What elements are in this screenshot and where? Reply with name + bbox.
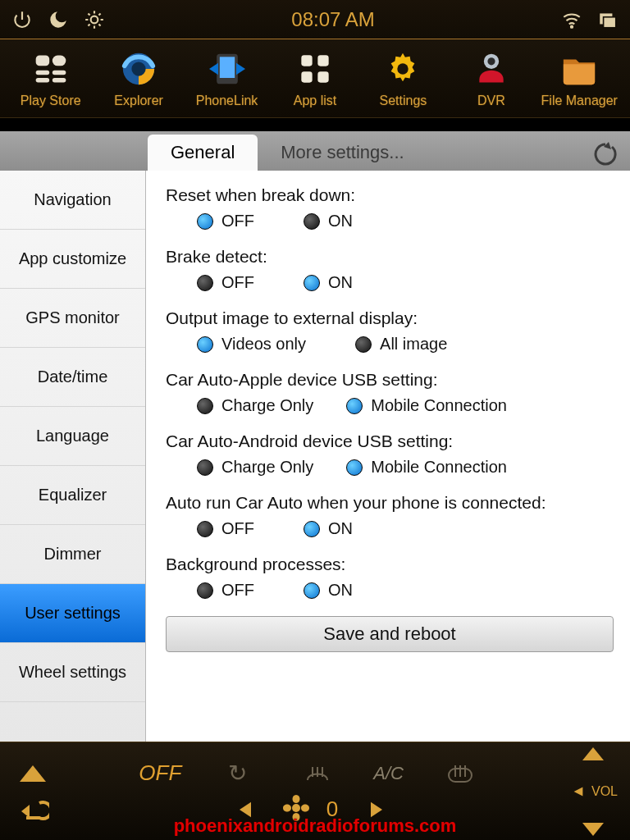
- setting-group: Background processes:OFFON: [166, 555, 614, 600]
- app-dvr[interactable]: DVR: [448, 49, 535, 108]
- setting-label: Auto run Car Auto when your phone is con…: [166, 493, 614, 513]
- sidebar-item-user-settings[interactable]: User settings: [0, 584, 145, 643]
- svg-rect-5: [52, 55, 66, 66]
- radio-option[interactable]: ON: [304, 519, 353, 538]
- radio-icon: [355, 336, 372, 353]
- radio-option[interactable]: All image: [355, 335, 447, 354]
- globe-icon: [119, 49, 158, 89]
- svg-rect-16: [301, 71, 312, 82]
- setting-label: Car Auto-Android device USB setting:: [166, 431, 614, 451]
- hvac-ac-label[interactable]: A/C: [373, 763, 404, 784]
- setting-group: Car Auto-Android device USB setting:Char…: [166, 431, 614, 477]
- radio-option[interactable]: OFF: [197, 212, 254, 231]
- setting-group: Reset when break down:OFFON: [166, 185, 614, 231]
- defrost-rear-icon[interactable]: [437, 757, 483, 790]
- wifi-icon[interactable]: [561, 9, 582, 30]
- radio-icon: [346, 459, 363, 476]
- svg-rect-15: [317, 55, 328, 66]
- sidebar-item-dimmer[interactable]: Dimmer: [0, 525, 145, 584]
- app-label: File Manager: [541, 94, 618, 108]
- option-row: OFFON: [166, 212, 614, 231]
- radio-option[interactable]: Mobile Connection: [346, 396, 507, 415]
- radio-icon: [197, 213, 213, 230]
- option-label: Mobile Connection: [371, 396, 507, 415]
- setting-group: Output image to external display:Videos …: [166, 308, 614, 354]
- radio-option[interactable]: ON: [304, 581, 353, 600]
- svg-point-22: [292, 804, 300, 812]
- sidebar-item-gps-monitor[interactable]: GPS monitor: [0, 289, 145, 348]
- radio-icon: [197, 275, 213, 291]
- mute-button[interactable]: [568, 775, 588, 808]
- vol-up-button[interactable]: [570, 737, 616, 770]
- night-icon[interactable]: [48, 9, 69, 30]
- power-icon[interactable]: [11, 9, 33, 30]
- save-reboot-button[interactable]: Save and reboot: [166, 616, 614, 652]
- svg-rect-14: [301, 55, 312, 66]
- option-label: Videos only: [221, 335, 306, 354]
- recirculate-icon[interactable]: ↻: [215, 757, 261, 790]
- option-label: OFF: [221, 519, 254, 538]
- option-label: Charge Only: [221, 396, 313, 415]
- app-label: Settings: [379, 94, 427, 108]
- setting-label: Reset when break down:: [166, 185, 614, 205]
- option-label: Charge Only: [221, 458, 313, 477]
- back-button[interactable]: [582, 138, 622, 171]
- app-app-list[interactable]: App list: [272, 49, 358, 108]
- sidebar-item-equalizer[interactable]: Equalizer: [0, 466, 145, 525]
- app-label: Play Store: [21, 94, 81, 108]
- sidebar-item-language[interactable]: Language: [0, 407, 145, 466]
- sidebar-item-app-customize[interactable]: App customize: [0, 230, 145, 289]
- home-button[interactable]: [10, 756, 56, 789]
- radio-option[interactable]: OFF: [197, 519, 254, 538]
- radio-option[interactable]: OFF: [197, 581, 254, 600]
- settings-content: Reset when break down:OFFONBrake detect:…: [146, 171, 630, 742]
- playstore-icon: [31, 49, 71, 89]
- apps-icon[interactable]: [597, 9, 619, 30]
- svg-rect-9: [52, 78, 66, 83]
- radio-option[interactable]: Mobile Connection: [346, 458, 507, 477]
- radio-icon: [197, 398, 213, 414]
- radio-option[interactable]: ON: [304, 212, 353, 231]
- option-row: Videos onlyAll image: [166, 335, 614, 354]
- vol-label: VOL: [591, 784, 618, 799]
- radio-icon: [197, 336, 213, 353]
- tab-more-settings[interactable]: More settings...: [258, 135, 427, 171]
- app-explorer[interactable]: Explorer: [95, 49, 182, 108]
- svg-rect-7: [52, 70, 66, 75]
- brightness-icon[interactable]: [84, 9, 105, 30]
- tab-bar: General More settings...: [0, 131, 630, 171]
- defrost-front-icon[interactable]: [294, 757, 340, 790]
- settings-window: General More settings... NavigationApp c…: [0, 131, 630, 742]
- sidebar-item-wheel-settings[interactable]: Wheel settings: [0, 643, 145, 702]
- option-label: ON: [328, 581, 353, 600]
- option-label: OFF: [221, 581, 254, 600]
- radio-icon: [304, 582, 320, 599]
- radio-option[interactable]: ON: [304, 273, 353, 292]
- option-label: ON: [328, 273, 353, 292]
- radio-option[interactable]: Videos only: [197, 335, 306, 354]
- tab-general[interactable]: General: [148, 135, 258, 171]
- radio-option[interactable]: Charge Only: [197, 396, 313, 415]
- gear-icon: [383, 49, 422, 89]
- setting-group: Brake detect:OFFON: [166, 247, 614, 292]
- radio-icon: [304, 213, 320, 230]
- option-label: All image: [380, 335, 447, 354]
- radio-option[interactable]: OFF: [197, 273, 254, 292]
- option-row: OFFON: [166, 273, 614, 292]
- svg-point-1: [571, 25, 573, 27]
- app-play-store[interactable]: Play Store: [7, 49, 94, 108]
- sidebar-item-navigation[interactable]: Navigation: [0, 171, 145, 230]
- hvac-off-label[interactable]: OFF: [139, 760, 181, 786]
- phonelink-icon: [208, 49, 247, 89]
- setting-group: Auto run Car Auto when your phone is con…: [166, 493, 614, 538]
- app-phonelink[interactable]: PhoneLink: [184, 49, 271, 108]
- sidebar-item-date-time[interactable]: Date/time: [0, 348, 145, 407]
- setting-label: Brake detect:: [166, 247, 614, 267]
- grid-icon: [295, 49, 335, 89]
- dvr-icon: [472, 49, 511, 89]
- radio-option[interactable]: Charge Only: [197, 458, 313, 477]
- app-settings[interactable]: Settings: [359, 49, 446, 108]
- svg-rect-4: [35, 55, 48, 66]
- option-row: OFFON: [166, 519, 614, 538]
- app-file-manager[interactable]: File Manager: [536, 49, 623, 108]
